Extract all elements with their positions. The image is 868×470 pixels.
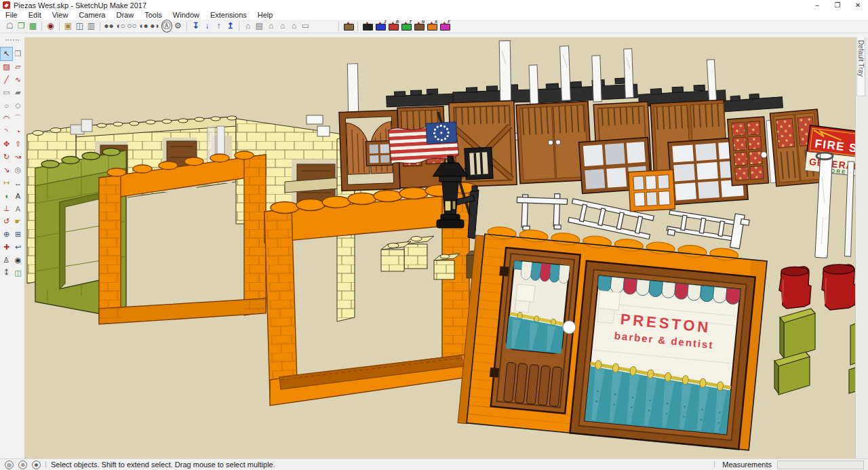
default-tray-strip: Default Tray (855, 37, 868, 459)
eraser-tool[interactable]: ▱ (12, 60, 24, 73)
black-barred-window (465, 147, 493, 180)
geolocation-icon[interactable]: ◍ (5, 461, 14, 469)
position-camera-tool[interactable]: ♙ (1, 254, 12, 267)
title-bar: Piezas West.skp - SketchUp Make 2017 – ❐… (0, 0, 868, 10)
menu-extensions[interactable]: Extensions (205, 10, 252, 20)
follow-me-tool[interactable]: ↝ (12, 151, 24, 163)
model-viewport[interactable]: FIRE S GENERAL STORE (24, 37, 856, 459)
freehand-tool[interactable]: ∿ (12, 73, 24, 86)
shaded-textures-style-icon[interactable]: Ⓐ (161, 20, 172, 32)
scale-tool[interactable]: ↘ (1, 163, 12, 176)
move-down-icon[interactable]: ↓ (201, 20, 213, 32)
hidden-line-style-icon[interactable]: ◖● (138, 20, 149, 32)
circle-tool[interactable]: ○ (1, 99, 12, 112)
menu-edit[interactable]: Edit (23, 10, 47, 20)
main-toolbar: ☖ ❒ ▦ ◉ ▣ ◫ ▥ ●● ◖○ ○○ ◖● ●◗ Ⓐ ⚙ ↧ ↓ ↑ ↥… (0, 20, 868, 33)
look-around-tool[interactable]: ◉ (12, 254, 24, 267)
back-edges-style-icon[interactable]: ◖○ (115, 20, 126, 32)
shield-plugin-icon[interactable]: ☖ (4, 20, 16, 32)
section-plane-tool[interactable]: ◫ (12, 267, 24, 279)
menu-bar: File Edit View Camera Draw Tools Window … (0, 10, 868, 20)
front-view-icon[interactable]: ◫ (74, 20, 85, 32)
restore-button[interactable]: ❐ (827, 0, 848, 10)
3d-text-tool[interactable]: A (12, 202, 24, 215)
layer-red-icon[interactable]: ▲R (387, 20, 399, 32)
styles-gear-icon[interactable]: ⚙ (172, 20, 184, 32)
rotate-tool[interactable]: ↻ (1, 151, 12, 163)
outline-house-icon[interactable]: ⌂ (288, 20, 300, 32)
pie-tool[interactable]: ◔ (12, 125, 24, 138)
scene-preston-facade[interactable]: PRESTON barber & dentist (458, 224, 768, 450)
scene-orange-window[interactable] (629, 170, 675, 211)
three-point-arc-tool[interactable]: ◝ (1, 125, 12, 138)
polygon-tool[interactable]: ◇ (12, 99, 24, 112)
rectangle-tool[interactable]: ▭ (1, 86, 12, 99)
orbit-sphere-icon[interactable]: ◉ (45, 20, 56, 32)
axes-tool[interactable]: ⊥ (1, 202, 12, 215)
dimension-tool[interactable]: ↔ (12, 176, 24, 189)
protractor-tool[interactable]: ◖ (1, 189, 12, 202)
push-pull-tool[interactable]: ⇧ (12, 138, 24, 151)
filled-house-icon[interactable]: ⌂ (265, 20, 277, 32)
orbit-tool[interactable]: ↺ (1, 215, 12, 228)
two-point-arc-tool[interactable]: ⌒ (12, 112, 24, 125)
small-gray-window (366, 140, 392, 165)
facade-shop-window: PRESTON barber & dentist (570, 261, 755, 450)
menu-camera[interactable]: Camera (73, 10, 111, 20)
door-hinge (490, 368, 499, 378)
move-to-top-icon[interactable]: ↥ (224, 20, 236, 32)
offset-tool[interactable]: ◎ (12, 163, 24, 176)
menu-view[interactable]: View (47, 10, 74, 20)
menu-window[interactable]: Window (167, 10, 205, 20)
layer-orange-icon[interactable]: ▲X (426, 20, 437, 32)
roof-house-icon[interactable]: ⌂ (242, 20, 254, 32)
walk-tool[interactable]: ⁑ (1, 267, 12, 279)
layer-blue-icon[interactable]: ▲J (374, 20, 386, 32)
gable-house-icon[interactable]: ⌂ (277, 20, 288, 32)
layer-magenta-icon[interactable]: ▲F (439, 20, 450, 32)
menu-file[interactable]: File (0, 10, 23, 20)
move-to-bottom-icon[interactable]: ↧ (190, 20, 201, 32)
claim-credit-icon[interactable]: ⊕ (18, 461, 27, 469)
xray-style-icon[interactable]: ●● (103, 20, 115, 32)
top-view-icon[interactable]: ▥ (85, 20, 97, 32)
move-tool[interactable]: ✥ (1, 138, 12, 151)
layer-brown-icon[interactable]: ▲N (413, 20, 425, 32)
default-tray-tab[interactable]: Default Tray (856, 37, 865, 96)
layer-black-icon[interactable]: ▲ (361, 20, 373, 32)
export-brown-icon[interactable]: ▲ (342, 20, 354, 32)
rotated-rectangle-tool[interactable]: ▰ (12, 86, 24, 99)
text-tool[interactable]: A (12, 189, 24, 202)
line-tool[interactable]: ╱ (1, 73, 12, 86)
previous-view-tool[interactable]: ↩ (12, 241, 24, 254)
box-house-icon[interactable]: ▤ (254, 20, 265, 32)
menu-help[interactable]: Help (252, 10, 279, 20)
select-tool[interactable]: ↖ (1, 47, 12, 60)
tool-palette: ↖ ❒ ▨ ▱ ╱ ∿ ▭ ▰ ○ ◇ ◠ ⌒ ◝ ◔ ✥ ⇧ ↻ ↝ ↘ ◎ … (0, 37, 25, 459)
zoom-window-tool[interactable]: ⊞ (12, 228, 24, 241)
move-up-icon[interactable]: ↑ (213, 20, 224, 32)
palette-grip[interactable] (5, 39, 19, 45)
close-button[interactable]: ✕ (848, 0, 868, 10)
tape-measure-tool[interactable]: ↦ (1, 176, 12, 189)
arc-tool[interactable]: ◠ (1, 112, 12, 125)
paint-bucket-tool[interactable]: ▨ (1, 60, 12, 73)
shaded-style-icon[interactable]: ●◗ (149, 20, 161, 32)
layer-green-icon[interactable]: ▲T (400, 20, 412, 32)
component-plugin-icon[interactable]: ❒ (16, 20, 27, 32)
wireframe-style-icon[interactable]: ○○ (126, 20, 138, 32)
iso-view-icon[interactable]: ▣ (62, 20, 74, 32)
sign-in-person-icon[interactable]: ☻ (32, 461, 41, 469)
menu-draw[interactable]: Draw (111, 10, 139, 20)
zoom-extents-tool[interactable]: ✚ (1, 241, 12, 254)
status-bar: ◍ ⊕ ☻ Select objects. Shift to extend se… (0, 458, 868, 470)
menu-tools[interactable]: Tools (139, 10, 167, 20)
make-component-tool[interactable]: ❒ (12, 47, 24, 60)
pan-tool[interactable]: ☛ (12, 215, 24, 228)
minimize-button[interactable]: – (807, 0, 827, 10)
green-box-plugin-icon[interactable]: ▦ (27, 20, 39, 32)
door-hinge (499, 266, 509, 276)
zoom-tool[interactable]: ⊕ (1, 228, 12, 241)
measurements-input[interactable] (777, 461, 864, 469)
shed-house-icon[interactable]: ▭ (300, 20, 311, 32)
